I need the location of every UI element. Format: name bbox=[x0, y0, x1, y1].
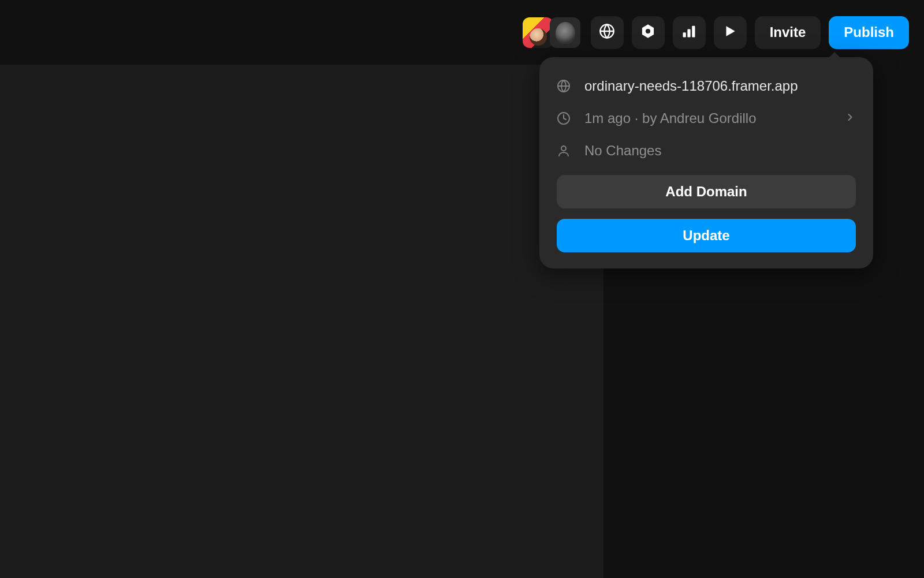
publish-popover: ordinary-needs-118706.framer.app 1m ago … bbox=[539, 57, 873, 269]
avatar-user-2[interactable] bbox=[550, 17, 580, 48]
web-globe-button[interactable] bbox=[591, 16, 624, 49]
time-author-text: 1m ago · by Andreu Gordillo bbox=[584, 110, 757, 126]
chevron-right-icon bbox=[844, 110, 856, 126]
globe-icon bbox=[599, 23, 615, 42]
popover-changes-row: No Changes bbox=[557, 135, 856, 167]
popover-domain-row[interactable]: ordinary-needs-118706.framer.app bbox=[557, 70, 856, 102]
svg-rect-4 bbox=[688, 29, 691, 38]
invite-button-label: Invite bbox=[770, 24, 806, 40]
invite-button[interactable]: Invite bbox=[755, 16, 821, 49]
top-toolbar: Invite Publish bbox=[0, 0, 924, 65]
play-preview-button[interactable] bbox=[714, 16, 747, 49]
update-button[interactable]: Update bbox=[557, 219, 856, 252]
popover-history-row[interactable]: 1m ago · by Andreu Gordillo bbox=[557, 102, 856, 135]
svg-point-9 bbox=[561, 146, 566, 151]
publish-button-label: Publish bbox=[844, 24, 894, 40]
svg-rect-5 bbox=[692, 26, 695, 38]
settings-gear-button[interactable] bbox=[632, 16, 665, 49]
play-icon bbox=[722, 24, 737, 41]
person-icon bbox=[557, 144, 571, 158]
avatar-user-1[interactable] bbox=[523, 17, 553, 48]
bar-chart-icon bbox=[681, 23, 697, 42]
clock-icon bbox=[557, 111, 571, 125]
analytics-button[interactable] bbox=[673, 16, 706, 49]
hexagon-icon bbox=[640, 23, 656, 42]
globe-icon bbox=[557, 79, 571, 93]
canvas-area[interactable] bbox=[0, 65, 603, 578]
update-label: Update bbox=[683, 228, 729, 244]
add-domain-button[interactable]: Add Domain bbox=[557, 175, 856, 208]
svg-rect-3 bbox=[683, 32, 686, 37]
domain-url-text: ordinary-needs-118706.framer.app bbox=[584, 78, 798, 94]
add-domain-label: Add Domain bbox=[665, 184, 747, 200]
svg-point-2 bbox=[646, 29, 650, 33]
changes-status-text: No Changes bbox=[584, 143, 661, 159]
user-avatars bbox=[523, 17, 580, 48]
publish-button[interactable]: Publish bbox=[829, 16, 909, 49]
